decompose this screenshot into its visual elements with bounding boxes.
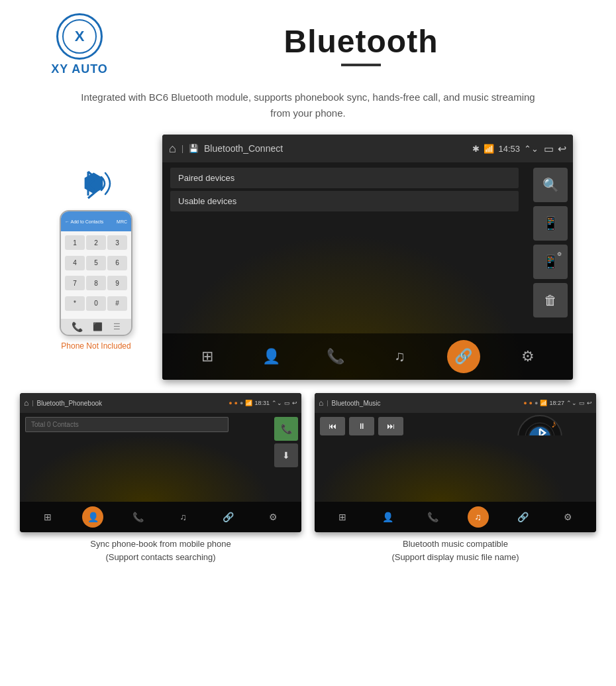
pb-download-button[interactable]: ⬇ bbox=[274, 443, 298, 467]
phone-keypad: 1 2 3 4 5 6 7 8 9 * 0 # bbox=[61, 231, 131, 319]
cs-footer: ⊞ 👤 📞 ♫ 🔗 ⚙ bbox=[162, 333, 573, 380]
mu-sep: | bbox=[327, 400, 328, 406]
phone-device: ← Add to Contacts MRC 1 2 3 4 5 6 7 8 9 … bbox=[60, 210, 132, 336]
phone-screen-top: ← Add to Contacts MRC bbox=[61, 211, 131, 231]
mu-dot3: ● bbox=[535, 400, 538, 406]
pb-sep: | bbox=[32, 400, 33, 406]
subtitle: Integrated with BC6 Bluetooth module, su… bbox=[0, 83, 616, 135]
music-screen: ⌂ | Bluetooth_Music ● ● ● 📶 18:27 ⌃⌄ ▭ ↩… bbox=[315, 393, 596, 532]
cs-separator: | bbox=[181, 144, 183, 153]
usable-devices-item[interactable]: Usable devices bbox=[170, 191, 519, 211]
cs-window-icon: ▭ bbox=[544, 143, 554, 155]
mu-pause-button[interactable]: ⏸ bbox=[349, 417, 374, 435]
cs-footer-person[interactable]: 👤 bbox=[255, 340, 288, 373]
cs-settings-button[interactable]: 📱⚙ bbox=[533, 245, 568, 279]
bluetooth-waves-icon: ⬢ bbox=[70, 164, 123, 203]
mu-dot2: ● bbox=[529, 400, 533, 406]
key-9[interactable]: 9 bbox=[107, 276, 127, 290]
key-0[interactable]: 0 bbox=[86, 296, 106, 311]
mu-status: ● ● ● 📶 18:27 ⌃⌄ ▭ ↩ bbox=[523, 400, 592, 406]
cs-window-icons: ▭ ↩ bbox=[544, 143, 566, 155]
cs-time: 14:53 bbox=[498, 144, 520, 154]
main-section: ⬢ ← Add to Contacts MRC 1 2 3 4 5 6 bbox=[0, 135, 616, 380]
mu-next-button[interactable]: ⏭ bbox=[378, 417, 403, 435]
pb-bg bbox=[20, 435, 272, 502]
pb-footer: ⊞ 👤 📞 ♫ 🔗 ⚙ bbox=[20, 502, 301, 532]
cs-back-icon: ↩ bbox=[558, 143, 566, 155]
pb-grid-btn[interactable]: ⊞ bbox=[37, 506, 58, 528]
expand-icon: ⌃⌄ bbox=[524, 144, 539, 154]
pb-music-btn[interactable]: ♫ bbox=[173, 506, 194, 528]
pb-expand: ⌃⌄ bbox=[272, 400, 282, 406]
cs-sidebar: 🔍 📱 📱⚙ 🗑 bbox=[533, 168, 568, 317]
key-6[interactable]: 6 bbox=[107, 256, 127, 270]
bluetooth-signal: ⬢ bbox=[70, 164, 123, 203]
pb-phone-btn[interactable]: 📞 bbox=[127, 506, 148, 528]
svg-text:♪: ♪ bbox=[551, 418, 556, 429]
cs-footer-gear[interactable]: ⚙ bbox=[511, 340, 544, 373]
key-8[interactable]: 8 bbox=[86, 276, 106, 290]
logo-area: X XY AUTO bbox=[26, 13, 132, 76]
cs-home-icon: ⌂ bbox=[169, 142, 176, 156]
mu-music-btn[interactable]: ♫ bbox=[468, 506, 489, 528]
main-car-screen: ⌂ | 💾 Bluetooth_Connect ✱ 📶 14:53 ⌃⌄ ▭ ↩… bbox=[162, 135, 573, 380]
key-4[interactable]: 4 bbox=[65, 256, 85, 270]
key-2[interactable]: 2 bbox=[86, 235, 106, 250]
header: X XY AUTO Bluetooth bbox=[0, 0, 616, 83]
pb-title: Bluetooth_Phonebook bbox=[37, 400, 226, 407]
mu-phone-btn[interactable]: 📞 bbox=[422, 506, 443, 528]
mu-grid-btn[interactable]: ⊞ bbox=[332, 506, 353, 528]
pb-link-btn[interactable]: 🔗 bbox=[218, 506, 239, 528]
bt-status-icon: ✱ bbox=[472, 144, 480, 154]
mu-wifi: 📶 bbox=[540, 400, 547, 406]
brand-name: XY AUTO bbox=[51, 62, 108, 76]
phone-bottom-bar: 📞 ⬛ ☰ bbox=[61, 319, 131, 335]
cs-footer-phone[interactable]: 📞 bbox=[319, 340, 352, 373]
cs-sd-icon: 💾 bbox=[189, 144, 199, 153]
pb-sidebar: 📞 ⬇ bbox=[274, 417, 298, 467]
cs-footer-music[interactable]: ♫ bbox=[383, 340, 416, 373]
mu-gear-btn[interactable]: ⚙ bbox=[558, 506, 579, 528]
key-hash[interactable]: # bbox=[107, 296, 127, 311]
key-5[interactable]: 5 bbox=[86, 256, 106, 270]
cs-phone-button[interactable]: 📱 bbox=[533, 206, 568, 241]
mu-time: 18:27 bbox=[549, 400, 564, 406]
pb-wifi: 📶 bbox=[245, 400, 252, 406]
key-7[interactable]: 7 bbox=[65, 276, 85, 290]
mu-win: ▭ bbox=[579, 400, 585, 406]
cs-delete-button[interactable]: 🗑 bbox=[533, 283, 568, 317]
cs-search-button[interactable]: 🔍 bbox=[533, 168, 568, 202]
pb-time: 18:31 bbox=[254, 400, 270, 406]
key-1[interactable]: 1 bbox=[65, 235, 85, 250]
pb-header: ⌂ | Bluetooth_Phonebook ● ● ● 📶 18:31 ⌃⌄… bbox=[20, 393, 301, 413]
logo-icon: X bbox=[62, 19, 97, 54]
svg-text:X: X bbox=[75, 28, 85, 44]
title-area: Bluetooth bbox=[132, 23, 590, 66]
mu-title: Bluetooth_Music bbox=[332, 400, 521, 407]
cs-status-area: ✱ 📶 14:53 ⌃⌄ bbox=[472, 144, 539, 154]
pb-call-button[interactable]: 📞 bbox=[274, 417, 298, 441]
pb-dot3: ● bbox=[240, 400, 243, 406]
mu-prev-button[interactable]: ⏮ bbox=[320, 417, 345, 435]
bottom-screens: ⌂ | Bluetooth_Phonebook ● ● ● 📶 18:31 ⌃⌄… bbox=[0, 393, 616, 563]
mu-link-btn[interactable]: 🔗 bbox=[513, 506, 534, 528]
paired-devices-item[interactable]: Paired devices bbox=[170, 168, 519, 188]
pb-gear-btn[interactable]: ⚙ bbox=[263, 506, 284, 528]
mu-dot1: ● bbox=[523, 400, 527, 406]
cs-header: ⌂ | 💾 Bluetooth_Connect ✱ 📶 14:53 ⌃⌄ ▭ ↩ bbox=[162, 135, 573, 162]
phonebook-screen: ⌂ | Bluetooth_Phonebook ● ● ● 📶 18:31 ⌃⌄… bbox=[20, 393, 301, 532]
pb-status: ● ● ● 📶 18:31 ⌃⌄ ▭ ↩ bbox=[229, 400, 297, 406]
cs-footer-grid[interactable]: ⊞ bbox=[191, 340, 224, 373]
music-card: ⌂ | Bluetooth_Music ● ● ● 📶 18:27 ⌃⌄ ▭ ↩… bbox=[315, 393, 596, 563]
pb-home-icon: ⌂ bbox=[24, 398, 28, 408]
title-underline bbox=[341, 64, 381, 66]
key-3[interactable]: 3 bbox=[107, 235, 127, 250]
pb-person-btn[interactable]: 👤 bbox=[82, 506, 103, 528]
pb-dot1: ● bbox=[229, 400, 232, 406]
mu-person-btn[interactable]: 👤 bbox=[377, 506, 398, 528]
pb-search-input[interactable] bbox=[25, 417, 229, 432]
pb-win: ▭ bbox=[284, 400, 290, 406]
mu-footer: ⊞ 👤 📞 ♫ 🔗 ⚙ bbox=[315, 502, 596, 532]
key-star[interactable]: * bbox=[65, 296, 85, 311]
cs-footer-link[interactable]: 🔗 bbox=[447, 340, 480, 373]
